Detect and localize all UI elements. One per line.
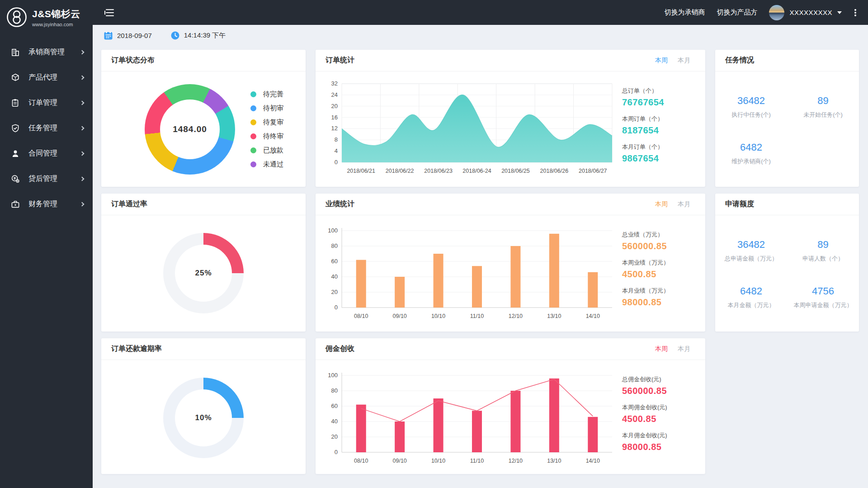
- stat-value: 560000.85: [622, 241, 692, 251]
- svg-text:14/10: 14/10: [586, 458, 600, 464]
- svg-text:2018/06/26: 2018/06/26: [540, 168, 569, 174]
- sidebar-item-post-loan-management[interactable]: 贷后管理: [0, 166, 93, 191]
- svg-text:80: 80: [331, 387, 338, 394]
- svg-text:13/10: 13/10: [547, 458, 561, 464]
- tab-month[interactable]: 本月: [678, 57, 690, 65]
- metric-value: 4756: [787, 285, 859, 297]
- card-commission-revenue: 佣金创收 本周 本月 10080604020008/1009/1010/1011…: [316, 338, 705, 474]
- dashboard-grid: 订单状态分布 1484.00 待完善待初审待复审待终审已放款未通过 订单统计 本…: [93, 46, 868, 474]
- gauge-percent: 10%: [163, 378, 244, 458]
- card-title: 业绩统计: [326, 199, 354, 209]
- metric-item: 36482总申请金额（万元）: [715, 239, 787, 263]
- svg-text:2018/06-24: 2018/06-24: [462, 168, 491, 174]
- sidebar-item-underwriter-management[interactable]: 承销商管理: [0, 39, 93, 65]
- stat-label: 本月佣金创收(元): [622, 431, 692, 440]
- date-group: 2018-09-07: [104, 31, 152, 40]
- svg-text:11/10: 11/10: [470, 313, 484, 319]
- card-title: 订单统计: [326, 56, 354, 65]
- tab-week[interactable]: 本周: [655, 57, 668, 65]
- sidebar-item-label: 合同管理: [28, 149, 57, 158]
- switch-product-link[interactable]: 切换为产品方: [717, 8, 757, 17]
- date-text: 2018-09-07: [117, 32, 152, 39]
- datetime-bar: 2018-09-07 14:14:39 下午: [93, 25, 868, 46]
- chevron-right-icon: [80, 151, 85, 156]
- switch-underwriter-link[interactable]: 切换为承销商: [664, 8, 705, 17]
- stat-value: 9867654: [622, 153, 692, 164]
- time-text: 14:14:39 下午: [184, 31, 226, 40]
- metric-value: 6482: [715, 285, 787, 297]
- sidebar-item-contract-management[interactable]: 合同管理: [0, 141, 93, 166]
- collapse-menu-icon[interactable]: [104, 9, 114, 17]
- sidebar-item-label: 财务管理: [28, 199, 57, 209]
- svg-text:40: 40: [331, 418, 338, 425]
- sidebar-item-task-management[interactable]: 任务管理: [0, 115, 93, 141]
- more-menu-icon[interactable]: [854, 12, 856, 14]
- stat-value: 560000.85: [622, 386, 692, 396]
- brand: J&S锦杉云 www.jsyinhao.com: [0, 0, 93, 31]
- metric-item: 89未开始任务(个): [787, 95, 859, 119]
- stat-label: 总佣金创收(元): [622, 375, 692, 384]
- svg-text:12/10: 12/10: [509, 458, 523, 464]
- svg-text:60: 60: [331, 403, 338, 409]
- brand-url: www.jsyinhao.com: [32, 22, 80, 27]
- tab-week[interactable]: 本周: [655, 200, 668, 208]
- metric-item: 6482维护承销商(个): [715, 142, 787, 166]
- chevron-down-icon[interactable]: [837, 11, 842, 16]
- svg-text:100: 100: [328, 227, 338, 234]
- brand-logo-icon: [6, 7, 27, 28]
- calendar-icon: [104, 31, 113, 40]
- card-title: 订单通过率: [111, 199, 147, 209]
- tab-week[interactable]: 本周: [655, 345, 668, 353]
- user-menu[interactable]: XXXXXXXXX: [769, 5, 842, 20]
- metric-item: 6482本月金额（万元）: [715, 285, 787, 309]
- metric-label: 总申请金额（万元）: [715, 255, 787, 263]
- brand-name: J&S锦杉云: [32, 8, 80, 20]
- svg-text:08/10: 08/10: [354, 313, 368, 319]
- period-toggle: 本周 本月: [655, 200, 696, 208]
- svg-text:2018/06/21: 2018/06/21: [347, 168, 375, 174]
- sidebar-item-finance-management[interactable]: 财务管理: [0, 191, 93, 217]
- stat-item: 总订单（个）76767654: [622, 87, 692, 108]
- svg-text:0: 0: [335, 304, 338, 311]
- avatar[interactable]: [769, 5, 784, 20]
- metric-label: 执行中任务(个): [715, 111, 787, 119]
- sidebar-item-product-agency[interactable]: 产品代理: [0, 65, 93, 90]
- sidebar-item-label: 产品代理: [28, 73, 57, 82]
- svg-text:24: 24: [331, 91, 338, 98]
- tab-month[interactable]: 本月: [678, 200, 690, 208]
- sidebar-item-order-management[interactable]: 订单管理: [0, 90, 93, 115]
- svg-text:2018/06/23: 2018/06/23: [424, 168, 453, 174]
- metric-item: 89申请人数（个）: [787, 239, 859, 263]
- tab-month[interactable]: 本月: [678, 345, 690, 353]
- svg-text:08/10: 08/10: [354, 458, 368, 464]
- sidebar-item-label: 贷后管理: [28, 174, 57, 184]
- person-icon: [11, 149, 20, 158]
- legend-label: 待终审: [263, 132, 283, 141]
- stat-label: 总订单（个）: [622, 87, 692, 95]
- shield-check-icon: [11, 124, 20, 133]
- legend-label: 未通过: [263, 160, 283, 169]
- svg-text:12: 12: [331, 125, 338, 132]
- svg-text:32: 32: [331, 80, 338, 87]
- chevron-right-icon: [80, 50, 85, 54]
- svg-text:20: 20: [331, 103, 338, 109]
- performance-bar-chart: 10080604020008/1009/1010/1011/1012/1013/…: [316, 215, 622, 331]
- legend-item: 待复审: [250, 117, 283, 128]
- metric-item: 4756本周申请金额（万元）: [787, 285, 859, 309]
- stat-value: 8187654: [622, 125, 692, 136]
- metric-item: 36482执行中任务(个): [715, 95, 787, 119]
- legend-label: 待复审: [263, 118, 283, 127]
- quota-metrics: 36482总申请金额（万元）89申请人数（个）6482本月金额（万元）4756本…: [715, 215, 859, 309]
- legend-item: 待完善: [250, 89, 283, 99]
- svg-text:2018/06/25: 2018/06/25: [501, 168, 530, 174]
- commission-stats-summary: 总佣金创收(元)560000.85本周佣金创收(元)4500.85本月佣金创收(…: [622, 375, 692, 474]
- legend-label: 待完善: [263, 90, 283, 99]
- legend-dot: [250, 161, 256, 167]
- briefcase-icon: [11, 200, 20, 208]
- svg-text:09/10: 09/10: [393, 313, 407, 319]
- metric-label: 维护承销商(个): [715, 157, 787, 166]
- stat-value: 4500.85: [622, 269, 692, 280]
- period-toggle: 本周 本月: [655, 345, 696, 353]
- chevron-right-icon: [80, 176, 85, 181]
- metric-label: 未开始任务(个): [787, 111, 859, 119]
